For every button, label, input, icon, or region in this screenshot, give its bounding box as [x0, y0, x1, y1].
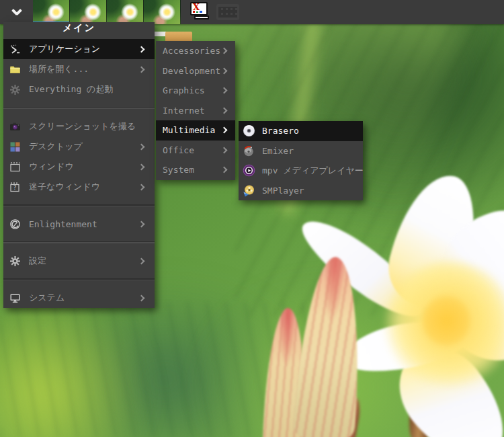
desktop-pager-icon: [9, 141, 21, 153]
chevron-right-icon: [221, 127, 228, 134]
menu-item-label: Accessories: [163, 46, 222, 56]
menu-item-label: スクリーンショットを撮る: [29, 120, 155, 132]
chevron-right-icon: [138, 184, 145, 190]
folder-icon: [9, 64, 21, 75]
main-menu-items: アプリケーション場所を開く...Everything の起動スクリーンショットを…: [3, 39, 155, 308]
menu-item-take-screenshot[interactable]: スクリーンショットを撮る: [3, 116, 155, 136]
menu-item-label: 迷子なウィンドウ: [29, 181, 139, 193]
enlightenment-icon: [9, 218, 21, 230]
menu-item-multimedia[interactable]: Multimedia: [156, 120, 235, 141]
screenshot-camera-icon: [9, 121, 21, 132]
menu-separator: [3, 100, 155, 116]
smplayer-icon: [243, 184, 255, 197]
menu-item-label: System: [163, 165, 222, 175]
menu-item-settings[interactable]: 設定: [3, 251, 155, 271]
menu-item-development[interactable]: Development: [156, 61, 235, 81]
keyboard-icon[interactable]: [216, 4, 239, 20]
menu-item-accessories[interactable]: Accessories: [156, 41, 235, 61]
brasero-disc-icon: [243, 124, 255, 137]
chevron-right-icon: [138, 66, 145, 73]
chevron-right-icon: [138, 257, 145, 264]
desktop-screen: X メイン アプリケーション場所を開く...Everything の起動スクリー…: [0, 0, 504, 437]
everything-gear-icon: [9, 84, 21, 95]
top-panel: X: [0, 0, 504, 24]
menu-item-label: Brasero: [262, 126, 363, 136]
menu-item-applications[interactable]: アプリケーション: [3, 39, 155, 59]
menu-item-mpv[interactable]: mpv メディアプレイヤー: [239, 161, 363, 181]
mpv-player-icon: [243, 164, 255, 177]
xterm-mark: [196, 11, 198, 13]
menu-item-label: Everything の起動: [29, 83, 155, 95]
menu-item-smplayer[interactable]: SMPlayer: [239, 181, 363, 201]
menu-item-label: アプリケーション: [29, 43, 139, 55]
menu-button[interactable]: [0, 0, 33, 24]
chevron-right-icon: [138, 143, 145, 150]
chevron-right-icon: [138, 294, 145, 301]
menu-separator: [3, 271, 155, 288]
menu-item-label: Emixer: [262, 146, 363, 156]
menu-item-open-location[interactable]: 場所を開く...: [3, 59, 155, 79]
taskbar-window-list: [33, 0, 181, 24]
menu-item-internet[interactable]: Internet: [156, 101, 235, 121]
menu-item-label: Development: [163, 66, 222, 76]
category-submenu: AccessoriesDevelopmentGraphicsInternetMu…: [156, 41, 235, 180]
flower-center: [422, 294, 470, 347]
menu-item-label: Enlightenment: [29, 219, 139, 229]
xterm-icon[interactable]: X: [190, 2, 212, 22]
menu-item-enlightenment[interactable]: Enlightenment: [3, 214, 155, 234]
menu-item-system-cat[interactable]: System: [156, 160, 235, 180]
menu-item-label: ウィンドウ: [29, 161, 139, 173]
menu-item-windows[interactable]: ウィンドウ: [3, 157, 155, 177]
window-thumbnail[interactable]: [107, 0, 144, 24]
window-thumbnail[interactable]: [70, 0, 107, 24]
menu-item-system[interactable]: システム: [3, 288, 155, 308]
chevron-right-icon: [221, 48, 228, 54]
main-menu: メイン アプリケーション場所を開く...Everything の起動スクリーンシ…: [3, 22, 155, 308]
menu-item-run-everything[interactable]: Everything の起動: [3, 79, 155, 100]
menu-item-graphics[interactable]: Graphics: [156, 81, 235, 101]
menu-item-label: デスクトップ: [29, 141, 139, 153]
menu-separator: [3, 197, 155, 214]
xterm-mark: [193, 11, 195, 13]
application-submenu: BraseroEmixermpv メディアプレイヤーSMPlayer: [239, 121, 363, 200]
chevron-right-icon: [221, 67, 228, 74]
menu-item-label: Internet: [163, 106, 222, 116]
settings-gear-icon: [9, 255, 21, 267]
chevron-right-icon: [138, 46, 145, 52]
lost-window-icon: ?: [9, 182, 21, 193]
menu-item-label: Office: [163, 145, 222, 155]
menu-item-desktop[interactable]: デスクトップ: [3, 136, 155, 157]
menu-item-label: mpv メディアプレイヤー: [262, 165, 363, 177]
menu-item-lost-windows[interactable]: ?迷子なウィンドウ: [3, 177, 155, 197]
menu-item-label: 場所を開く...: [29, 63, 139, 75]
menu-item-label: Graphics: [163, 85, 222, 95]
window-thumbnail[interactable]: [144, 0, 181, 24]
menu-item-label: システム: [29, 292, 139, 304]
menu-item-emixer[interactable]: Emixer: [239, 141, 363, 161]
svg-text:?: ?: [13, 184, 16, 191]
chevron-right-icon: [221, 107, 228, 114]
window-thumbnail[interactable]: [33, 0, 70, 24]
leaf-highlight: [0, 289, 148, 437]
chevron-right-icon: [138, 163, 145, 170]
chevron-right-icon: [138, 221, 145, 227]
system-monitor-icon: [9, 292, 21, 304]
menu-item-brasero[interactable]: Brasero: [239, 121, 363, 141]
applications-icon: [9, 44, 21, 55]
chevron-right-icon: [221, 87, 228, 94]
chevron-down-icon: [11, 9, 22, 15]
chevron-right-icon: [221, 167, 228, 173]
category-menu-items: AccessoriesDevelopmentGraphicsInternetMu…: [156, 41, 235, 180]
xterm-keyboard-base: [194, 15, 209, 19]
menu-title: メイン: [3, 22, 155, 39]
chevron-right-icon: [221, 147, 228, 153]
menu-item-office[interactable]: Office: [156, 141, 235, 161]
emixer-mixer-icon: [243, 145, 255, 157]
menu-item-label: SMPlayer: [262, 186, 363, 196]
menu-item-label: Multimedia: [163, 125, 222, 135]
application-menu-items: BraseroEmixermpv メディアプレイヤーSMPlayer: [239, 121, 363, 200]
window-icon: [9, 161, 21, 173]
menu-separator: [3, 234, 155, 251]
xterm-mark: [200, 11, 202, 13]
menu-item-label: 設定: [29, 255, 139, 267]
